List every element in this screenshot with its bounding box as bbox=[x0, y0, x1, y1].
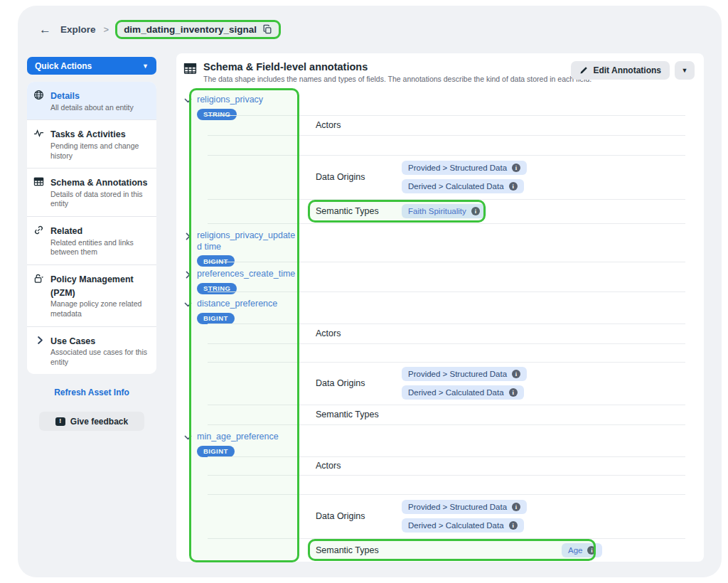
sidebar-item-use-cases[interactable]: Use Cases Associated use cases for this … bbox=[27, 326, 156, 375]
quick-actions-label: Quick Actions bbox=[35, 61, 92, 71]
data-origins-row: Data Origins Provided > Structured Datai… bbox=[176, 155, 704, 199]
semantic-types-label: Semantic Types bbox=[316, 545, 402, 555]
panel-subtitle: The data shape includes the names and ty… bbox=[203, 75, 562, 83]
data-origin-tag[interactable]: Provided > Structured Datai bbox=[402, 500, 527, 514]
semantic-type-tag[interactable]: Faith Spiritualityi bbox=[402, 204, 486, 218]
chevron-down-icon: ▼ bbox=[142, 63, 149, 70]
data-origins-label: Data Origins bbox=[316, 378, 402, 388]
data-origins-row: Data Origins Provided > Structured Datai… bbox=[176, 494, 704, 538]
field-name-link[interactable]: religions_privacy_updated time bbox=[197, 230, 298, 252]
refresh-asset-info-link[interactable]: Refresh Asset Info bbox=[27, 387, 156, 397]
schema-panel: Schema & Field-level annotations The dat… bbox=[176, 53, 704, 562]
sidebar-item-desc: Associated use cases for this entity bbox=[50, 348, 151, 367]
sidebar: Quick Actions ▼ Details All details abou… bbox=[27, 57, 156, 431]
info-icon[interactable]: i bbox=[509, 521, 518, 530]
sidebar-item-label: Use Cases bbox=[50, 336, 95, 346]
chevron-right-icon bbox=[33, 334, 50, 368]
breadcrumb-title-highlight: dim_dating_inventory_signal bbox=[115, 20, 281, 39]
chevron-down-icon[interactable] bbox=[183, 96, 195, 105]
field-row: min_age_preference BIGINT bbox=[176, 424, 704, 456]
data-origins-label: Data Origins bbox=[316, 511, 402, 521]
chevron-right-icon[interactable] bbox=[183, 232, 195, 241]
field-name-link[interactable]: preferences_create_time bbox=[197, 269, 298, 280]
info-icon[interactable]: i bbox=[471, 207, 480, 215]
data-origin-tag[interactable]: Derived > Calculated Datai bbox=[402, 179, 524, 193]
feedback-icon: ! bbox=[55, 417, 65, 426]
info-icon[interactable]: i bbox=[509, 388, 518, 397]
pencil-icon bbox=[579, 66, 588, 75]
table-icon bbox=[33, 176, 50, 209]
actors-label: Actors bbox=[316, 461, 402, 471]
data-origin-tag[interactable]: Derived > Calculated Datai bbox=[402, 518, 524, 533]
field-name-link[interactable]: min_age_preference bbox=[197, 432, 298, 443]
sidebar-item-label: Schema & Annotations bbox=[50, 178, 147, 188]
data-origin-tag[interactable]: Provided > Structured Datai bbox=[402, 161, 527, 175]
empty-annotation-row bbox=[176, 475, 704, 494]
breadcrumb-separator: > bbox=[104, 24, 109, 35]
edit-annotations-button[interactable]: Edit Annotations bbox=[571, 61, 670, 80]
chevron-down-icon[interactable] bbox=[183, 300, 195, 309]
edit-annotations-label: Edit Annotations bbox=[593, 65, 661, 75]
actors-row: Actors bbox=[176, 456, 704, 475]
empty-annotation-row bbox=[176, 343, 704, 362]
quick-actions-button[interactable]: Quick Actions ▼ bbox=[27, 57, 156, 75]
actors-label: Actors bbox=[316, 328, 402, 338]
sidebar-item-label: Related bbox=[50, 226, 82, 236]
chevron-down-icon: ▼ bbox=[682, 67, 688, 74]
field-type-badge: BIGINT bbox=[197, 313, 235, 324]
breadcrumb-explore-link[interactable]: Explore bbox=[60, 24, 96, 35]
info-icon[interactable]: i bbox=[512, 370, 520, 378]
sidebar-item-desc: Pending items and change history bbox=[50, 141, 151, 161]
semantic-types-row: Semantic Types Agei bbox=[176, 538, 704, 562]
sidebar-item-label: Policy Management (PZM) bbox=[50, 274, 134, 298]
panel-header: Schema & Field-level annotations The dat… bbox=[176, 53, 704, 87]
chevron-right-icon[interactable] bbox=[183, 270, 195, 279]
info-icon[interactable]: i bbox=[512, 164, 520, 172]
activity-icon bbox=[33, 127, 50, 161]
semantic-types-row: Semantic Types bbox=[176, 405, 704, 424]
chevron-down-icon[interactable] bbox=[183, 433, 195, 442]
copy-icon[interactable] bbox=[262, 24, 272, 34]
sidebar-item-tasks-activities[interactable]: Tasks & Activities Pending items and cha… bbox=[27, 119, 156, 168]
sidebar-item-label: Details bbox=[50, 91, 80, 101]
data-origin-tag[interactable]: Derived > Calculated Datai bbox=[402, 385, 524, 400]
actors-row: Actors bbox=[176, 115, 704, 135]
info-icon[interactable]: i bbox=[509, 182, 518, 191]
sidebar-item-policy-management[interactable]: Policy Management (PZM) Manage policy zo… bbox=[27, 264, 156, 326]
sidebar-item-details[interactable]: Details All details about an entity bbox=[27, 82, 156, 119]
panel-title: Schema & Field-level annotations bbox=[203, 61, 562, 73]
actors-row: Actors bbox=[176, 323, 704, 343]
give-feedback-button[interactable]: ! Give feedback bbox=[39, 412, 144, 431]
give-feedback-label: Give feedback bbox=[70, 417, 128, 427]
entity-title: dim_dating_inventory_signal bbox=[124, 24, 257, 35]
field-type-badge: BIGINT bbox=[197, 446, 235, 457]
sidebar-item-desc: Related entities and links between them bbox=[50, 238, 151, 257]
sidebar-item-desc: Manage policy zone related metadata bbox=[50, 299, 151, 319]
semantic-type-tag[interactable]: Agei bbox=[562, 543, 602, 557]
data-origins-row: Data Origins Provided > Structured Datai… bbox=[176, 362, 704, 405]
field-name-link[interactable]: distance_preference bbox=[197, 299, 298, 310]
data-origin-tag[interactable]: Provided > Structured Datai bbox=[402, 367, 527, 381]
sidebar-item-related[interactable]: Related Related entities and links betwe… bbox=[27, 216, 156, 264]
table-grid-icon bbox=[183, 61, 198, 75]
semantic-types-row: Semantic Types Faith Spiritualityi bbox=[176, 199, 704, 223]
semantic-types-label: Semantic Types bbox=[316, 206, 402, 216]
breadcrumb: ← Explore > dim_dating_inventory_signal bbox=[39, 18, 281, 40]
edit-annotations-menu-button[interactable]: ▼ bbox=[675, 61, 695, 80]
sidebar-item-desc: All details about an entity bbox=[50, 103, 151, 113]
field-name-link[interactable]: religions_privacy bbox=[197, 95, 298, 106]
field-row: religions_privacy STRING bbox=[176, 87, 704, 115]
sidebar-item-schema-annotations[interactable]: Schema & Annotations Details of data sto… bbox=[27, 168, 156, 216]
link-icon bbox=[33, 224, 50, 257]
field-row: religions_privacy_updated time BIGINT bbox=[176, 223, 704, 262]
sidebar-item-label: Tasks & Activities bbox=[50, 129, 126, 139]
field-row: preferences_create_time STRING bbox=[176, 262, 704, 292]
info-icon[interactable]: i bbox=[587, 546, 596, 555]
sidebar-nav: Details All details about an entity Task… bbox=[27, 82, 156, 374]
field-row: distance_preference BIGINT bbox=[176, 292, 704, 323]
info-icon[interactable]: i bbox=[512, 503, 520, 511]
empty-annotation-row bbox=[176, 135, 704, 155]
back-arrow-icon[interactable]: ← bbox=[39, 23, 51, 36]
actors-label: Actors bbox=[316, 120, 402, 130]
data-origins-label: Data Origins bbox=[316, 172, 402, 182]
